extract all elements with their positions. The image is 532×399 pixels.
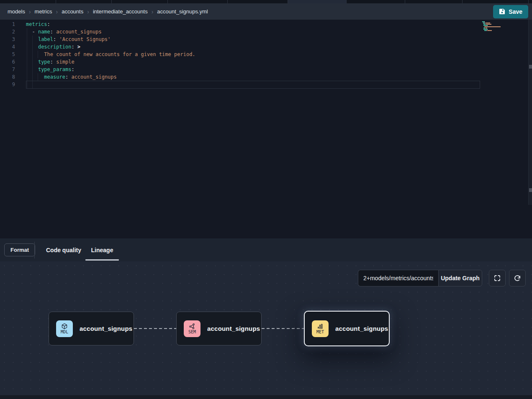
tab-divider [288, 0, 288, 3]
scrollbar-mark [529, 188, 532, 192]
editor-minimap[interactable] [482, 21, 508, 33]
bottom-panel-tabbar: Format Code quality Lineage [0, 238, 532, 261]
breadcrumb-separator-icon: › [152, 8, 154, 15]
tab-divider [167, 0, 168, 3]
line-number: 3 [0, 36, 15, 43]
model-cube-icon [61, 323, 68, 330]
line-number: 2 [0, 28, 15, 36]
editor-lines: 1metrics:2 - name: account_signups3 labe… [0, 20, 195, 88]
top-tab-strip[interactable] [0, 0, 532, 3]
node-type-label: SEM [188, 330, 196, 334]
node-type-badge: MET [312, 320, 329, 337]
format-button[interactable]: Format [4, 243, 35, 256]
panel-bottom-edge [0, 395, 532, 399]
editor-line: 5 The count of new accounts for a given … [0, 51, 195, 58]
line-number: 9 [0, 81, 15, 88]
tab-divider [528, 0, 529, 3]
breadcrumb-item[interactable]: metrics [35, 8, 52, 15]
breadcrumb-item[interactable]: account_signups.yml [157, 8, 208, 15]
code-editor[interactable]: 1metrics:2 - name: account_signups3 labe… [0, 20, 532, 238]
lineage-selector-input[interactable] [358, 270, 438, 286]
tab-divider [346, 0, 347, 3]
refresh-graph-button[interactable] [509, 270, 526, 286]
node-name-label: account_signups [207, 325, 260, 332]
save-button-label: Save [509, 8, 522, 15]
tab-divider [227, 0, 228, 3]
editor-line: 3 label: 'Account Signups' [0, 36, 195, 43]
editor-line: 4 description: > [0, 43, 195, 51]
breadcrumb: models›metrics›accounts›intermediate_acc… [8, 8, 208, 15]
editor-line: 1metrics: [0, 20, 195, 28]
lineage-edge [262, 328, 304, 329]
save-floppy-icon [499, 8, 505, 15]
editor-line: 2 - name: account_signups [0, 28, 195, 36]
node-type-label: MDL [61, 330, 68, 334]
line-number: 1 [0, 20, 15, 28]
breadcrumb-separator-icon: › [87, 8, 89, 15]
lineage-node-sem[interactable]: SEMaccount_signups [176, 312, 262, 345]
node-type-label: MET [316, 330, 324, 334]
editor-scrollbar[interactable] [528, 20, 532, 205]
metric-bars-icon [317, 323, 324, 330]
line-number: 8 [0, 73, 15, 81]
line-number: 7 [0, 66, 15, 73]
tab-divider [462, 0, 463, 3]
line-number: 6 [0, 58, 15, 66]
active-file-tab[interactable] [288, 0, 346, 3]
refresh-icon [514, 274, 521, 282]
active-tab-underline [85, 259, 119, 261]
lineage-node-met[interactable]: METaccount_signups [304, 311, 390, 346]
scrollbar-mark [529, 65, 532, 69]
fullscreen-button[interactable] [489, 270, 506, 286]
lineage-node-mdl[interactable]: MDLaccount_signups [49, 312, 134, 345]
lineage-edge [134, 328, 176, 329]
node-type-badge: SEM [184, 320, 200, 337]
panel-divider [34, 242, 35, 258]
editor-line: 6 type: simple [0, 58, 195, 66]
update-graph-button[interactable]: Update Graph [438, 270, 482, 286]
editor-line: 8 measure: account_signups [0, 73, 195, 81]
breadcrumb-separator-icon: › [29, 8, 31, 15]
node-name-label: account_signups [80, 325, 132, 332]
line-number: 5 [0, 51, 15, 58]
tab-code-quality[interactable]: Code quality [43, 238, 84, 261]
tab-divider [405, 0, 405, 3]
semantic-graph-icon [189, 323, 195, 330]
node-type-badge: MDL [56, 320, 73, 337]
line-number: 4 [0, 43, 15, 51]
tab-divider [111, 0, 112, 3]
lineage-graph-canvas[interactable]: Update Graph MDLaccount_signupsSEMaccoun… [0, 261, 532, 395]
fullscreen-icon [493, 274, 501, 282]
tab-lineage[interactable]: Lineage [85, 238, 119, 261]
file-header-bar: models›metrics›accounts›intermediate_acc… [0, 3, 532, 20]
editor-line: 7 type_params: [0, 66, 195, 73]
tab-divider [56, 0, 56, 3]
ide-window: models›metrics›accounts›intermediate_acc… [0, 0, 532, 399]
editor-line: 9 [0, 81, 195, 88]
breadcrumb-separator-icon: › [56, 8, 58, 15]
breadcrumb-item[interactable]: models [8, 8, 25, 15]
node-name-label: account_signups [335, 325, 388, 332]
breadcrumb-item[interactable]: intermediate_accounts [93, 8, 148, 15]
breadcrumb-item[interactable]: accounts [62, 8, 83, 15]
save-button[interactable]: Save [493, 5, 528, 18]
